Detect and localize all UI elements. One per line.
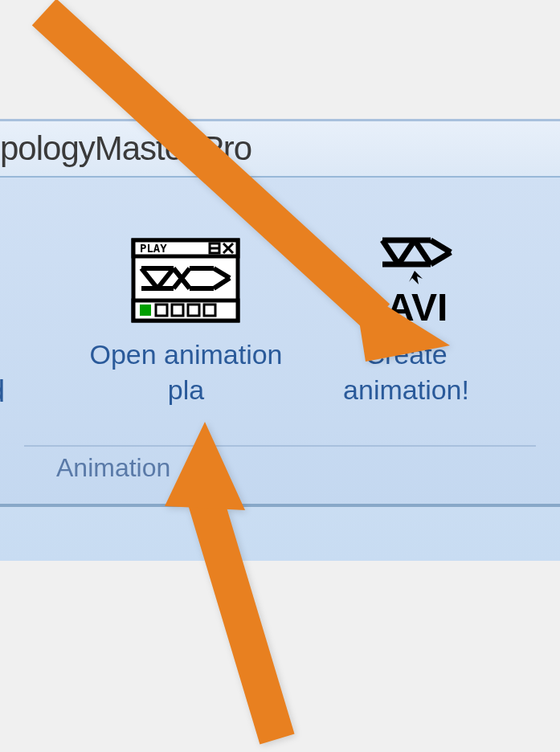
- svg-rect-19: [140, 304, 151, 316]
- svg-text:PLAY: PLAY: [140, 242, 167, 255]
- create-animation-label: Create animation!: [343, 337, 469, 407]
- app-window: pologyMaster Pro d PLAY: [0, 119, 560, 561]
- svg-line-29: [382, 240, 399, 264]
- ribbon-group-label: Animation: [56, 453, 170, 483]
- title-bar: pologyMaster Pro: [0, 121, 560, 178]
- avi-export-icon: AVI: [342, 232, 471, 329]
- svg-line-30: [399, 240, 415, 264]
- animation-player-icon: PLAY: [121, 232, 250, 329]
- svg-text:AVI: AVI: [386, 286, 448, 329]
- open-animation-player-label: Open animation pla: [89, 337, 282, 407]
- partial-text-left: d: [0, 374, 5, 409]
- ribbon-separator: [24, 445, 536, 447]
- create-animation-button[interactable]: AVI Create animation!: [333, 226, 480, 414]
- ribbon-bottom-border: [0, 504, 560, 507]
- ribbon-group-animation: PLAY: [0, 226, 560, 414]
- svg-line-26: [431, 240, 451, 252]
- svg-line-31: [415, 240, 431, 264]
- ribbon-panel: d PLAY: [0, 178, 560, 507]
- open-animation-player-button[interactable]: PLAY: [80, 226, 292, 414]
- svg-line-27: [431, 252, 451, 264]
- window-title: pologyMaster Pro: [0, 129, 251, 168]
